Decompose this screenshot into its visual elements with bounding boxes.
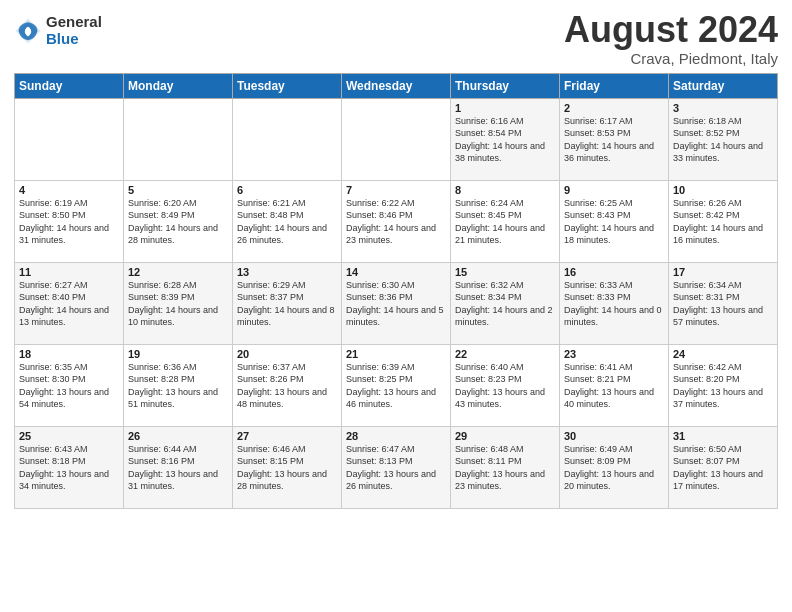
logo: General Blue [14,14,102,47]
day-info: Sunrise: 6:46 AM Sunset: 8:15 PM Dayligh… [237,443,337,493]
day-info: Sunrise: 6:28 AM Sunset: 8:39 PM Dayligh… [128,279,228,329]
calendar-cell: 30Sunrise: 6:49 AM Sunset: 8:09 PM Dayli… [560,426,669,508]
day-info: Sunrise: 6:33 AM Sunset: 8:33 PM Dayligh… [564,279,664,329]
day-info: Sunrise: 6:48 AM Sunset: 8:11 PM Dayligh… [455,443,555,493]
calendar-cell: 7Sunrise: 6:22 AM Sunset: 8:46 PM Daylig… [342,180,451,262]
day-info: Sunrise: 6:43 AM Sunset: 8:18 PM Dayligh… [19,443,119,493]
day-number: 13 [237,266,337,278]
day-number: 25 [19,430,119,442]
day-number: 14 [346,266,446,278]
weekday-header-friday: Friday [560,73,669,98]
weekday-header-saturday: Saturday [669,73,778,98]
day-info: Sunrise: 6:42 AM Sunset: 8:20 PM Dayligh… [673,361,773,411]
location: Crava, Piedmont, Italy [564,50,778,67]
calendar-week-4: 25Sunrise: 6:43 AM Sunset: 8:18 PM Dayli… [15,426,778,508]
weekday-header-tuesday: Tuesday [233,73,342,98]
calendar-cell [233,98,342,180]
day-number: 8 [455,184,555,196]
calendar-cell: 10Sunrise: 6:26 AM Sunset: 8:42 PM Dayli… [669,180,778,262]
day-number: 12 [128,266,228,278]
calendar-cell: 8Sunrise: 6:24 AM Sunset: 8:45 PM Daylig… [451,180,560,262]
day-number: 28 [346,430,446,442]
calendar-cell: 16Sunrise: 6:33 AM Sunset: 8:33 PM Dayli… [560,262,669,344]
calendar-cell: 9Sunrise: 6:25 AM Sunset: 8:43 PM Daylig… [560,180,669,262]
calendar-cell: 2Sunrise: 6:17 AM Sunset: 8:53 PM Daylig… [560,98,669,180]
calendar-cell: 4Sunrise: 6:19 AM Sunset: 8:50 PM Daylig… [15,180,124,262]
day-info: Sunrise: 6:24 AM Sunset: 8:45 PM Dayligh… [455,197,555,247]
day-number: 4 [19,184,119,196]
weekday-header-row: SundayMondayTuesdayWednesdayThursdayFrid… [15,73,778,98]
calendar-cell: 22Sunrise: 6:40 AM Sunset: 8:23 PM Dayli… [451,344,560,426]
calendar-cell: 23Sunrise: 6:41 AM Sunset: 8:21 PM Dayli… [560,344,669,426]
day-info: Sunrise: 6:37 AM Sunset: 8:26 PM Dayligh… [237,361,337,411]
calendar-week-0: 1Sunrise: 6:16 AM Sunset: 8:54 PM Daylig… [15,98,778,180]
day-info: Sunrise: 6:30 AM Sunset: 8:36 PM Dayligh… [346,279,446,329]
day-number: 30 [564,430,664,442]
calendar-cell [15,98,124,180]
day-number: 23 [564,348,664,360]
calendar-cell [124,98,233,180]
day-info: Sunrise: 6:50 AM Sunset: 8:07 PM Dayligh… [673,443,773,493]
day-number: 17 [673,266,773,278]
day-info: Sunrise: 6:44 AM Sunset: 8:16 PM Dayligh… [128,443,228,493]
day-number: 15 [455,266,555,278]
day-info: Sunrise: 6:49 AM Sunset: 8:09 PM Dayligh… [564,443,664,493]
logo-general-text: General [46,14,102,31]
logo-blue-text: Blue [46,31,102,48]
calendar-cell: 20Sunrise: 6:37 AM Sunset: 8:26 PM Dayli… [233,344,342,426]
day-info: Sunrise: 6:29 AM Sunset: 8:37 PM Dayligh… [237,279,337,329]
day-info: Sunrise: 6:19 AM Sunset: 8:50 PM Dayligh… [19,197,119,247]
logo-icon [14,17,42,45]
day-number: 22 [455,348,555,360]
day-number: 10 [673,184,773,196]
day-number: 5 [128,184,228,196]
day-number: 18 [19,348,119,360]
calendar-cell: 11Sunrise: 6:27 AM Sunset: 8:40 PM Dayli… [15,262,124,344]
day-info: Sunrise: 6:39 AM Sunset: 8:25 PM Dayligh… [346,361,446,411]
day-number: 9 [564,184,664,196]
weekday-header-wednesday: Wednesday [342,73,451,98]
calendar-cell: 1Sunrise: 6:16 AM Sunset: 8:54 PM Daylig… [451,98,560,180]
day-number: 16 [564,266,664,278]
day-info: Sunrise: 6:25 AM Sunset: 8:43 PM Dayligh… [564,197,664,247]
calendar-cell: 5Sunrise: 6:20 AM Sunset: 8:49 PM Daylig… [124,180,233,262]
day-info: Sunrise: 6:17 AM Sunset: 8:53 PM Dayligh… [564,115,664,165]
day-info: Sunrise: 6:27 AM Sunset: 8:40 PM Dayligh… [19,279,119,329]
day-info: Sunrise: 6:22 AM Sunset: 8:46 PM Dayligh… [346,197,446,247]
calendar-week-3: 18Sunrise: 6:35 AM Sunset: 8:30 PM Dayli… [15,344,778,426]
calendar-cell: 28Sunrise: 6:47 AM Sunset: 8:13 PM Dayli… [342,426,451,508]
calendar-cell: 29Sunrise: 6:48 AM Sunset: 8:11 PM Dayli… [451,426,560,508]
calendar-cell: 13Sunrise: 6:29 AM Sunset: 8:37 PM Dayli… [233,262,342,344]
calendar-cell: 21Sunrise: 6:39 AM Sunset: 8:25 PM Dayli… [342,344,451,426]
calendar-cell [342,98,451,180]
calendar-cell: 26Sunrise: 6:44 AM Sunset: 8:16 PM Dayli… [124,426,233,508]
day-number: 11 [19,266,119,278]
calendar-cell: 19Sunrise: 6:36 AM Sunset: 8:28 PM Dayli… [124,344,233,426]
day-number: 7 [346,184,446,196]
calendar-cell: 12Sunrise: 6:28 AM Sunset: 8:39 PM Dayli… [124,262,233,344]
day-number: 26 [128,430,228,442]
calendar-cell: 15Sunrise: 6:32 AM Sunset: 8:34 PM Dayli… [451,262,560,344]
day-info: Sunrise: 6:21 AM Sunset: 8:48 PM Dayligh… [237,197,337,247]
day-info: Sunrise: 6:18 AM Sunset: 8:52 PM Dayligh… [673,115,773,165]
day-info: Sunrise: 6:35 AM Sunset: 8:30 PM Dayligh… [19,361,119,411]
day-info: Sunrise: 6:36 AM Sunset: 8:28 PM Dayligh… [128,361,228,411]
calendar-table: SundayMondayTuesdayWednesdayThursdayFrid… [14,73,778,509]
day-number: 19 [128,348,228,360]
day-number: 2 [564,102,664,114]
day-info: Sunrise: 6:41 AM Sunset: 8:21 PM Dayligh… [564,361,664,411]
calendar-cell: 24Sunrise: 6:42 AM Sunset: 8:20 PM Dayli… [669,344,778,426]
day-number: 20 [237,348,337,360]
calendar-cell: 17Sunrise: 6:34 AM Sunset: 8:31 PM Dayli… [669,262,778,344]
calendar-cell: 31Sunrise: 6:50 AM Sunset: 8:07 PM Dayli… [669,426,778,508]
calendar-cell: 3Sunrise: 6:18 AM Sunset: 8:52 PM Daylig… [669,98,778,180]
day-info: Sunrise: 6:40 AM Sunset: 8:23 PM Dayligh… [455,361,555,411]
day-number: 1 [455,102,555,114]
day-info: Sunrise: 6:20 AM Sunset: 8:49 PM Dayligh… [128,197,228,247]
weekday-header-thursday: Thursday [451,73,560,98]
title-block: August 2024 Crava, Piedmont, Italy [564,10,778,67]
day-number: 24 [673,348,773,360]
calendar-cell: 25Sunrise: 6:43 AM Sunset: 8:18 PM Dayli… [15,426,124,508]
day-number: 29 [455,430,555,442]
day-number: 3 [673,102,773,114]
